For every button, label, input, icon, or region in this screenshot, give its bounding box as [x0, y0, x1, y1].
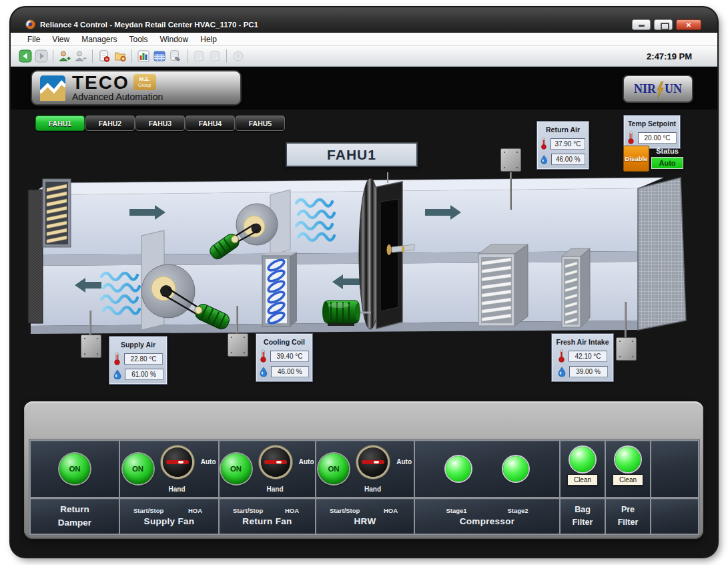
maximize-button[interactable]: [654, 19, 673, 30]
title-bar: Reliance 4 Control - Meydan Retail Cente…: [11, 7, 717, 33]
temp-setpoint-input[interactable]: 20.00 °C: [638, 132, 677, 144]
hoa-label: HOA: [285, 507, 299, 514]
hoa-selector-bar: [166, 460, 189, 464]
menu-bar: File View Managers Tools Window Help: [11, 33, 717, 46]
app-window: Reliance 4 Control - Meydan Retail Cente…: [11, 7, 717, 557]
on-label: ON: [328, 465, 339, 473]
chart-icon[interactable]: [137, 49, 150, 63]
document-disabled-icon[interactable]: [192, 49, 206, 63]
tab-fahu3[interactable]: FAHU3: [135, 116, 185, 131]
menu-window[interactable]: Window: [154, 35, 195, 44]
menu-file[interactable]: File: [21, 35, 46, 44]
pre-filter-label: Pre Filter: [606, 499, 650, 534]
menu-view[interactable]: View: [46, 35, 75, 44]
report-icon[interactable]: [169, 49, 182, 63]
duct-sensor: [228, 333, 248, 357]
hoa-selector-bar: [362, 460, 384, 464]
menu-help[interactable]: Help: [194, 35, 223, 44]
duct-sensor: [616, 337, 637, 361]
hrw-hoa-switch[interactable]: [358, 447, 388, 477]
scada-view: FAHU1 FAHU2 FAHU3 FAHU4 FAHU5 FAHU1 Retu…: [11, 110, 717, 557]
connection-disabled-icon[interactable]: [232, 49, 245, 63]
start-stop-label: Start/Stop: [330, 507, 360, 514]
hoa-auto-label: Auto: [299, 458, 314, 465]
fresh-air-temp-value: 42.10 °C: [569, 351, 607, 362]
sensor-stem: [625, 302, 627, 339]
return-air-title: Return Air: [540, 126, 585, 134]
return-damper-label: Return Damper: [31, 499, 119, 534]
return-fan-hoa-group: Auto Hand: [256, 443, 314, 494]
close-button[interactable]: ✕: [676, 19, 701, 30]
tab-fahu5[interactable]: FAHU5: [236, 116, 285, 131]
return-damper-cell: ON: [31, 441, 119, 497]
menu-tools[interactable]: Tools: [123, 35, 154, 44]
supply-fan-label: Start/StopHOA Supply Fan: [120, 499, 218, 534]
fresh-air-intake-panel: Fresh Air Intake 42.10 °C 39.00 %: [551, 333, 614, 382]
hoa-hand-label: Hand: [267, 486, 284, 493]
hoa-auto-label: Auto: [396, 458, 412, 465]
tab-fahu1[interactable]: FAHU1: [35, 116, 85, 131]
nirsun-wordmark-right: UN: [665, 82, 682, 96]
sensor-stem: [510, 172, 512, 210]
nav-forward-icon[interactable]: [35, 49, 48, 63]
thermometer-icon: [260, 349, 267, 363]
label-line: Compressor: [460, 516, 515, 526]
spare-cell: [651, 441, 698, 497]
status-label: Status: [646, 147, 689, 155]
document-alarm-icon[interactable]: [97, 49, 111, 63]
supply-fan-hoa-switch[interactable]: [163, 447, 192, 477]
start-stop-label: Start/Stop: [233, 507, 263, 514]
pre-filter-cell: Clean: [606, 441, 650, 497]
label-line: Return: [60, 503, 89, 516]
window-title: Reliance 4 Control - Meydan Retail Cente…: [40, 21, 258, 29]
user-add-icon[interactable]: [58, 49, 71, 63]
humidity-icon: [540, 154, 548, 164]
hoa-hand-label: Hand: [169, 486, 186, 493]
tab-fahu2[interactable]: FAHU2: [85, 116, 135, 131]
compressor-stage1-lamp: [446, 456, 471, 482]
teco-wordmark: TECO: [72, 74, 129, 91]
return-fan-label: Start/StopHOA Return Fan: [220, 499, 315, 534]
label-line: Pre: [618, 504, 639, 516]
teco-logo-icon: [40, 75, 65, 101]
label-line: Filter: [573, 516, 593, 529]
user-remove-icon[interactable]: [74, 49, 87, 63]
temp-setpoint-title: Temp Setpoint: [627, 120, 677, 128]
hrw-start-stop-button[interactable]: ON: [318, 453, 349, 484]
return-fan-hoa-switch[interactable]: [261, 447, 290, 477]
thermometer-icon: [113, 352, 121, 365]
fresh-air-humidity-value: 39.00 %: [569, 366, 608, 377]
supply-fan-start-stop-button[interactable]: ON: [123, 453, 153, 484]
menu-managers[interactable]: Managers: [75, 35, 123, 44]
label-line: Damper: [58, 516, 91, 530]
label-line: Supply Fan: [144, 516, 195, 526]
return-damper-on-button[interactable]: ON: [59, 453, 90, 484]
nav-back-icon[interactable]: [19, 49, 32, 63]
teco-group-badge: M.E. Group: [133, 74, 156, 90]
spare-label-cell: [651, 499, 698, 534]
bag-filter-clean-button[interactable]: Clean: [567, 474, 598, 486]
return-air-humidity-value: 46.00 %: [551, 154, 585, 165]
teco-logo-plaque: TECO M.E. Group Advanced Automation: [31, 70, 242, 106]
folder-alarm-icon[interactable]: [113, 49, 127, 63]
control-panel: ON ON Auto Hand ON Auto Hand: [24, 401, 703, 539]
status-mode-indicator: Auto: [651, 157, 683, 169]
app-icon: [25, 19, 35, 29]
humidity-icon: [558, 367, 566, 377]
humidity-icon: [260, 367, 268, 377]
ahu-diagram: [24, 171, 705, 338]
minimize-button[interactable]: [632, 19, 651, 30]
supply-fan-hoa-group: Auto Hand: [157, 443, 216, 494]
duct-sensor: [81, 335, 101, 358]
return-fan-start-stop-button[interactable]: ON: [221, 453, 252, 484]
document-disabled-icon[interactable]: [208, 49, 222, 63]
cooling-coil-panel: Cooling Coil 39.40 °C 46.00 %: [256, 333, 313, 382]
table-icon[interactable]: [153, 49, 166, 63]
teco-tagline: Advanced Automation: [72, 91, 163, 102]
compressor-label: Stage1Stage2 Compressor: [415, 499, 559, 534]
clock-display: 2:47:19 PM: [647, 51, 692, 61]
pre-filter-clean-button[interactable]: Clean: [613, 474, 643, 486]
duct-sensor: [500, 148, 521, 172]
branding-banner: TECO M.E. Group Advanced Automation NIR …: [11, 67, 717, 110]
tab-fahu4[interactable]: FAHU4: [186, 116, 235, 131]
